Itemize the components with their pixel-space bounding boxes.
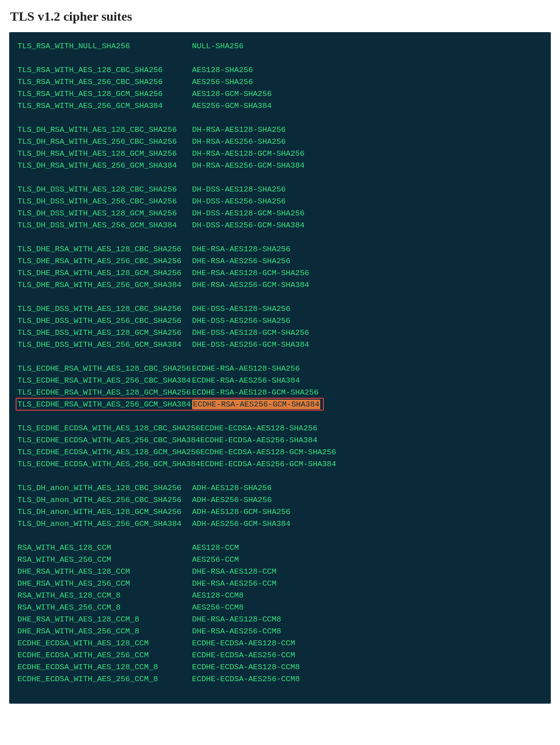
blank-line <box>17 231 543 243</box>
cipher-openssl-name: DH-DSS-AES128-SHA256 <box>192 184 286 196</box>
cipher-openssl-name: DH-DSS-AES256-SHA256 <box>192 196 286 208</box>
cipher-row: ECDHE_ECDSA_WITH_AES_128_CCM_8ECDHE-ECDS… <box>17 661 543 673</box>
cipher-openssl-name: DHE-RSA-AES128-CCM <box>192 566 277 578</box>
cipher-openssl-name: ECDHE-ECDSA-AES128-CCM <box>192 638 295 649</box>
cipher-row: TLS_ECDHE_ECDSA_WITH_AES_256_GCM_SHA384E… <box>17 458 543 470</box>
cipher-openssl-name: DHE-RSA-AES256-CCM8 <box>192 626 281 638</box>
cipher-iana-name: TLS_ECDHE_RSA_WITH_AES_256_CBC_SHA384 <box>17 375 192 387</box>
cipher-openssl-name: ADH-AES128-SHA256 <box>192 482 272 494</box>
cipher-row: TLS_DH_DSS_WITH_AES_128_GCM_SHA256DH-DSS… <box>17 208 543 220</box>
cipher-row: TLS_DH_DSS_WITH_AES_128_CBC_SHA256DH-DSS… <box>17 184 543 196</box>
cipher-openssl-name: DH-RSA-AES128-GCM-SHA256 <box>192 148 305 160</box>
cipher-row: TLS_RSA_WITH_NULL_SHA256NULL-SHA256 <box>17 40 543 52</box>
cipher-row: TLS_DH_anon_WITH_AES_128_CBC_SHA256ADH-A… <box>17 482 543 494</box>
cipher-row: DHE_RSA_WITH_AES_256_CCM_8DHE-RSA-AES256… <box>17 626 543 638</box>
section-heading: TLS v1.2 cipher suites <box>10 9 551 24</box>
cipher-openssl-name: DH-RSA-AES256-GCM-SHA384 <box>192 160 305 172</box>
cipher-row: TLS_DHE_RSA_WITH_AES_256_CBC_SHA256DHE-R… <box>17 255 543 267</box>
cipher-openssl-name: AES256-CCM <box>192 554 239 566</box>
blank-line <box>17 52 543 64</box>
cipher-openssl-name: ECDHE-RSA-AES256-GCM-SHA384 <box>192 399 320 411</box>
cipher-iana-name: TLS_DH_anon_WITH_AES_128_GCM_SHA256 <box>17 506 192 518</box>
blank-line <box>17 530 543 542</box>
cipher-row: TLS_DH_RSA_WITH_AES_256_GCM_SHA384DH-RSA… <box>17 160 543 172</box>
cipher-row: TLS_DH_DSS_WITH_AES_256_CBC_SHA256DH-DSS… <box>17 196 543 208</box>
cipher-openssl-name: AES128-SHA256 <box>192 64 253 76</box>
cipher-row: TLS_ECDHE_RSA_WITH_AES_256_GCM_SHA384ECD… <box>17 399 543 411</box>
cipher-openssl-name: ECDHE-ECDSA-AES256-CCM8 <box>192 673 300 685</box>
cipher-iana-name: DHE_RSA_WITH_AES_128_CCM_8 <box>17 614 192 626</box>
cipher-row: TLS_RSA_WITH_AES_128_GCM_SHA256AES128-GC… <box>17 88 543 100</box>
cipher-row: DHE_RSA_WITH_AES_128_CCMDHE-RSA-AES128-C… <box>17 566 543 578</box>
cipher-row: DHE_RSA_WITH_AES_128_CCM_8DHE-RSA-AES128… <box>17 614 543 626</box>
cipher-iana-name: RSA_WITH_AES_256_CCM <box>17 554 192 566</box>
cipher-row: RSA_WITH_AES_128_CCMAES128-CCM <box>17 542 543 554</box>
cipher-iana-name: TLS_DHE_RSA_WITH_AES_256_CBC_SHA256 <box>17 255 192 267</box>
cipher-openssl-name: ADH-AES128-GCM-SHA256 <box>192 506 290 518</box>
cipher-row: TLS_DH_anon_WITH_AES_256_CBC_SHA256ADH-A… <box>17 494 543 506</box>
cipher-row: TLS_DHE_DSS_WITH_AES_128_GCM_SHA256DHE-D… <box>17 327 543 339</box>
cipher-openssl-name: AES256-GCM-SHA384 <box>192 100 272 112</box>
cipher-row: ECDHE_ECDSA_WITH_AES_256_CCM_8ECDHE-ECDS… <box>17 673 543 685</box>
cipher-iana-name: TLS_DH_anon_WITH_AES_256_GCM_SHA384 <box>17 518 192 530</box>
cipher-openssl-name: DHE-RSA-AES256-CCM <box>192 578 277 590</box>
cipher-openssl-name: AES128-CCM <box>192 542 239 554</box>
cipher-row: RSA_WITH_AES_256_CCMAES256-CCM <box>17 554 543 566</box>
cipher-iana-name: DHE_RSA_WITH_AES_256_CCM <box>17 578 192 590</box>
highlighted-cipher: ECDHE-RSA-AES256-GCM-SHA384 <box>192 400 320 409</box>
cipher-iana-name: TLS_ECDHE_ECDSA_WITH_AES_256_GCM_SHA384 <box>17 458 200 470</box>
cipher-row: TLS_DHE_RSA_WITH_AES_128_CBC_SHA256DHE-R… <box>17 243 543 255</box>
blank-line <box>17 112 543 124</box>
cipher-openssl-name: DH-DSS-AES128-GCM-SHA256 <box>192 208 305 220</box>
blank-line <box>17 470 543 482</box>
cipher-iana-name: ECDHE_ECDSA_WITH_AES_256_CCM <box>17 649 192 661</box>
cipher-row: TLS_ECDHE_RSA_WITH_AES_128_GCM_SHA256ECD… <box>17 387 543 399</box>
cipher-openssl-name: DHE-RSA-AES128-SHA256 <box>192 243 290 255</box>
cipher-row: TLS_DH_RSA_WITH_AES_256_CBC_SHA256DH-RSA… <box>17 136 543 148</box>
cipher-openssl-name: DHE-RSA-AES128-CCM8 <box>192 614 281 626</box>
cipher-iana-name: TLS_DHE_DSS_WITH_AES_128_GCM_SHA256 <box>17 327 192 339</box>
cipher-iana-name: TLS_RSA_WITH_AES_128_GCM_SHA256 <box>17 88 192 100</box>
cipher-iana-name: TLS_RSA_WITH_AES_256_GCM_SHA384 <box>17 100 192 112</box>
cipher-iana-name: TLS_RSA_WITH_AES_256_CBC_SHA256 <box>17 76 192 88</box>
cipher-row: TLS_DHE_RSA_WITH_AES_256_GCM_SHA384DHE-R… <box>17 279 543 291</box>
cipher-openssl-name: ECDHE-ECDSA-AES128-SHA256 <box>200 423 317 435</box>
cipher-row: RSA_WITH_AES_256_CCM_8AES256-CCM8 <box>17 602 543 614</box>
cipher-openssl-name: DHE-RSA-AES128-GCM-SHA256 <box>192 267 309 279</box>
cipher-openssl-name: ECDHE-ECDSA-AES256-GCM-SHA384 <box>200 458 336 470</box>
cipher-openssl-name: ECDHE-ECDSA-AES256-SHA384 <box>200 435 317 446</box>
cipher-openssl-name: ECDHE-ECDSA-AES128-CCM8 <box>192 661 300 673</box>
cipher-row: TLS_ECDHE_RSA_WITH_AES_128_CBC_SHA256ECD… <box>17 363 543 375</box>
cipher-row: TLS_DH_DSS_WITH_AES_256_GCM_SHA384DH-DSS… <box>17 220 543 231</box>
cipher-row: ECDHE_ECDSA_WITH_AES_128_CCMECDHE-ECDSA-… <box>17 638 543 649</box>
cipher-iana-name: TLS_ECDHE_ECDSA_WITH_AES_256_CBC_SHA384 <box>17 435 200 446</box>
cipher-iana-name: TLS_ECDHE_RSA_WITH_AES_128_CBC_SHA256 <box>17 363 192 375</box>
cipher-row: ECDHE_ECDSA_WITH_AES_256_CCMECDHE-ECDSA-… <box>17 649 543 661</box>
cipher-iana-name: ECDHE_ECDSA_WITH_AES_128_CCM <box>17 638 192 649</box>
cipher-iana-name: TLS_DH_RSA_WITH_AES_128_GCM_SHA256 <box>17 148 192 160</box>
cipher-openssl-name: AES128-CCM8 <box>192 590 243 602</box>
blank-line <box>17 351 543 363</box>
cipher-iana-name: TLS_DH_RSA_WITH_AES_256_CBC_SHA256 <box>17 136 192 148</box>
cipher-openssl-name: AES256-SHA256 <box>192 76 253 88</box>
cipher-iana-name: DHE_RSA_WITH_AES_128_CCM <box>17 566 192 578</box>
cipher-openssl-name: ECDHE-ECDSA-AES256-CCM <box>192 649 295 661</box>
cipher-openssl-name: DHE-RSA-AES256-GCM-SHA384 <box>192 279 309 291</box>
cipher-iana-name: TLS_DHE_DSS_WITH_AES_256_CBC_SHA256 <box>17 315 192 327</box>
cipher-iana-name: TLS_DHE_RSA_WITH_AES_128_CBC_SHA256 <box>17 243 192 255</box>
cipher-openssl-name: DH-RSA-AES256-SHA256 <box>192 136 286 148</box>
cipher-iana-name: TLS_ECDHE_ECDSA_WITH_AES_128_GCM_SHA256 <box>17 446 200 458</box>
cipher-row: TLS_DHE_DSS_WITH_AES_256_CBC_SHA256DHE-D… <box>17 315 543 327</box>
cipher-openssl-name: DHE-DSS-AES256-SHA256 <box>192 315 290 327</box>
cipher-row: TLS_ECDHE_ECDSA_WITH_AES_256_CBC_SHA384E… <box>17 435 543 446</box>
cipher-iana-name: TLS_DH_RSA_WITH_AES_256_GCM_SHA384 <box>17 160 192 172</box>
cipher-row: TLS_ECDHE_ECDSA_WITH_AES_128_CBC_SHA256E… <box>17 423 543 435</box>
cipher-iana-name: TLS_DH_DSS_WITH_AES_128_GCM_SHA256 <box>17 208 192 220</box>
cipher-row: TLS_DHE_DSS_WITH_AES_128_CBC_SHA256DHE-D… <box>17 303 543 315</box>
cipher-iana-name: TLS_DHE_DSS_WITH_AES_128_CBC_SHA256 <box>17 303 192 315</box>
cipher-openssl-name: ECDHE-RSA-AES128-SHA256 <box>192 363 300 375</box>
cipher-row: TLS_DH_RSA_WITH_AES_128_GCM_SHA256DH-RSA… <box>17 148 543 160</box>
cipher-iana-name: TLS_DH_DSS_WITH_AES_128_CBC_SHA256 <box>17 184 192 196</box>
cipher-row: TLS_ECDHE_ECDSA_WITH_AES_128_GCM_SHA256E… <box>17 446 543 458</box>
cipher-openssl-name: DHE-DSS-AES128-GCM-SHA256 <box>192 327 309 339</box>
